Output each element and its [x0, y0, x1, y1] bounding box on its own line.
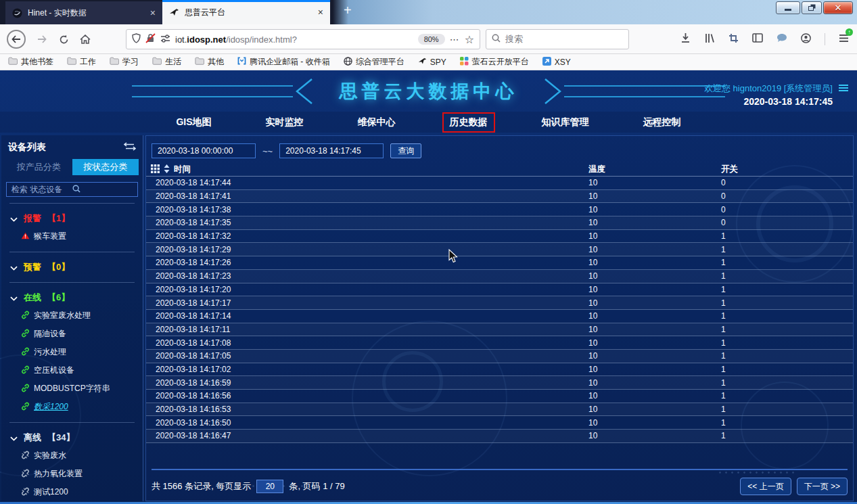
download-icon[interactable] — [680, 32, 691, 46]
device-item[interactable]: 测试1200 — [1, 483, 143, 501]
column-header-temperature[interactable]: 温度 — [586, 164, 718, 175]
nav-tab-知识库管理[interactable]: 知识库管理 — [534, 112, 597, 133]
start-datetime-input[interactable]: 2020-03-18 00:00:00 — [152, 143, 256, 158]
table-row[interactable]: 2020-03-18 14:16:56101 — [146, 390, 853, 403]
screenshot-icon[interactable] — [728, 33, 739, 46]
folder-icon — [195, 57, 204, 67]
device-item[interactable]: 数采1200 — [1, 398, 143, 416]
table-row[interactable]: 2020-03-18 14:17:38100 — [146, 203, 853, 216]
table-row[interactable]: 2020-03-18 14:17:05101 — [146, 350, 853, 363]
page-actions-icon[interactable]: ⋯ — [450, 34, 460, 45]
device-item[interactable]: MODBUSTCP字符串 — [1, 380, 143, 398]
url-text[interactable]: iot.idosp.net/idosp/index.html? — [175, 35, 413, 45]
table-row[interactable]: 2020-03-18 14:16:50101 — [146, 416, 853, 430]
table-row[interactable]: 2020-03-18 14:17:17101 — [146, 296, 853, 310]
bookmark-item[interactable]: 生活 — [152, 56, 181, 68]
bookmark-item[interactable]: 萤石云开放平台 — [460, 56, 529, 68]
device-item[interactable]: 实验室废水处理 — [1, 306, 143, 325]
bookmark-item[interactable]: XSY — [542, 57, 571, 68]
table-row[interactable]: 2020-03-18 14:17:02101 — [146, 363, 853, 377]
back-button[interactable] — [7, 30, 26, 49]
search-input[interactable]: 搜索 — [486, 29, 629, 49]
chat-icon[interactable] — [777, 33, 787, 45]
shield-icon[interactable] — [132, 33, 141, 46]
minimize-button[interactable] — [776, 1, 800, 14]
table-row[interactable]: 2020-03-18 14:16:47101 — [146, 430, 853, 443]
table-row[interactable]: 2020-03-18 14:17:08101 — [146, 336, 853, 350]
device-item[interactable]: 污水处理 — [1, 343, 143, 361]
group-count: 【6】 — [47, 292, 70, 304]
sort-icon[interactable] — [164, 164, 170, 175]
table-row[interactable]: 2020-03-18 14:17:35100 — [146, 216, 853, 230]
table-row[interactable]: 2020-03-18 14:17:44100 — [146, 177, 853, 190]
device-item[interactable]: 热力氧化装置 — [1, 465, 143, 483]
search-icon[interactable] — [72, 185, 133, 195]
nav-tab-GIS地图[interactable]: GIS地图 — [168, 112, 218, 133]
broken-link-icon — [21, 451, 30, 461]
table-row[interactable]: 2020-03-18 14:17:11101 — [146, 323, 853, 337]
nav-tab-维保中心[interactable]: 维保中心 — [350, 112, 403, 133]
sidebar-tab-by-product[interactable]: 按产品分类 — [5, 159, 72, 175]
nav-tab-远程控制[interactable]: 远程控制 — [636, 112, 689, 133]
device-group-离线[interactable]: 离线【34】 — [1, 429, 143, 446]
reload-button[interactable] — [54, 30, 73, 49]
close-window-button[interactable]: ✕ — [823, 1, 853, 14]
query-button[interactable]: 查询 — [390, 143, 421, 158]
zoom-level-badge[interactable]: 80% — [418, 34, 445, 45]
table-row[interactable]: 2020-03-18 14:16:53101 — [146, 403, 853, 417]
grid-icon[interactable] — [151, 164, 160, 175]
window-titlebar[interactable]: Hinet - 实时数据 × 思普云平台 × + ✕ — [0, 0, 857, 24]
browser-tab-hinet[interactable]: Hinet - 实时数据 × — [5, 1, 162, 24]
url-bar[interactable]: iot.idosp.net/idosp/index.html? 80% ⋯ ☆ — [126, 29, 480, 49]
nav-tab-实时监控[interactable]: 实时监控 — [258, 112, 311, 133]
table-row[interactable]: 2020-03-18 14:17:20101 — [146, 283, 853, 297]
end-datetime-input[interactable]: 2020-03-18 14:17:45 — [279, 143, 384, 158]
device-group-在线[interactable]: 在线【6】 — [1, 289, 143, 306]
device-item[interactable]: 空压机设备 — [1, 361, 143, 380]
bookmark-item[interactable]: 其他书签 — [8, 56, 53, 68]
sidebar-toggle-icon[interactable] — [752, 33, 763, 45]
home-button[interactable] — [76, 30, 95, 49]
restore-button[interactable] — [802, 1, 822, 14]
device-search-input[interactable]: 检索 状态设备 — [6, 182, 138, 197]
column-header-time[interactable]: 时间 — [174, 164, 191, 175]
library-icon[interactable] — [704, 33, 715, 46]
table-row[interactable]: 2020-03-18 14:17:41100 — [146, 190, 853, 204]
table-row[interactable]: 2020-03-18 14:17:26101 — [146, 256, 853, 270]
device-item[interactable]: 猴车装置 — [1, 227, 143, 246]
table-row[interactable]: 2020-03-18 14:17:14101 — [146, 310, 853, 323]
browser-tab-sipu[interactable]: 思普云平台 × — [162, 0, 330, 24]
page-size-input[interactable]: 20 — [256, 480, 283, 493]
bookmark-item[interactable]: 其他 — [195, 56, 224, 68]
column-header-switch[interactable]: 开关 — [718, 164, 853, 175]
table-row[interactable]: 2020-03-18 14:17:32101 — [146, 230, 853, 244]
new-tab-button[interactable]: + — [338, 3, 357, 18]
forward-button[interactable] — [32, 30, 51, 49]
bookmark-star-icon[interactable]: ☆ — [465, 33, 474, 46]
tab-close-icon[interactable]: × — [318, 7, 323, 18]
swap-arrows-icon[interactable] — [124, 141, 136, 154]
nav-tab-历史数据[interactable]: 历史数据 — [442, 112, 495, 133]
pagination-bar: 共 1566 条记录, 每页显示 20 条, 页码 1 / 79 << 上一页 … — [152, 469, 848, 495]
app-menu-icon[interactable] — [838, 83, 849, 95]
next-page-button[interactable]: 下一页 >> — [797, 478, 848, 495]
table-row[interactable]: 2020-03-18 14:16:59101 — [146, 376, 853, 390]
permissions-icon[interactable] — [160, 33, 170, 45]
device-group-报警[interactable]: 报警【1】 — [1, 210, 143, 227]
bookmark-item[interactable]: 综合管理平台 — [344, 56, 404, 68]
bookmark-item[interactable]: SPY — [418, 57, 446, 68]
blocked-lock-icon[interactable] — [145, 33, 156, 46]
account-icon[interactable] — [801, 33, 811, 46]
sidebar-tab-by-status[interactable]: 按状态分类 — [72, 159, 139, 175]
device-item[interactable]: 隔油设备 — [1, 325, 143, 343]
table-row[interactable]: 2020-03-18 14:17:23101 — [146, 270, 853, 283]
device-group-预警[interactable]: 预警【0】 — [1, 258, 143, 276]
menu-icon[interactable]: ↑ — [839, 33, 849, 45]
tab-close-icon[interactable]: × — [150, 7, 156, 18]
bookmark-item[interactable]: 工作 — [67, 56, 96, 68]
device-item[interactable]: 实验废水 — [1, 446, 143, 465]
prev-page-button[interactable]: << 上一页 — [740, 478, 791, 495]
bookmark-item[interactable]: 腾讯企业邮箱 - 收件箱 — [237, 56, 330, 68]
table-row[interactable]: 2020-03-18 14:17:29101 — [146, 243, 853, 256]
bookmark-item[interactable]: 学习 — [110, 56, 139, 68]
